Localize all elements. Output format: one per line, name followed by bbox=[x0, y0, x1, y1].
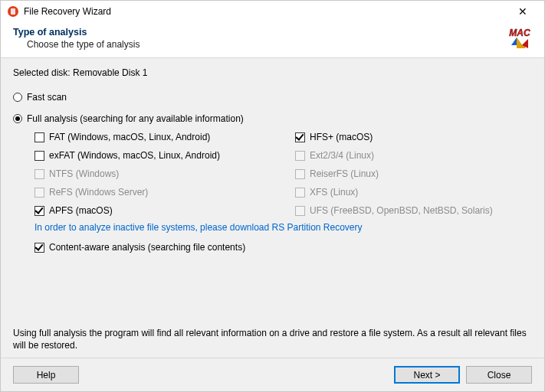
checkbox-exfat[interactable]: exFAT (Windows, macOS, Linux, Android) bbox=[34, 150, 295, 161]
radio-full-analysis[interactable]: Full analysis (searching for any availab… bbox=[13, 113, 532, 124]
radio-fast-scan[interactable]: Fast scan bbox=[13, 92, 532, 103]
filesystem-grid: FAT (Windows, macOS, Linux, Android) HFS… bbox=[34, 132, 532, 216]
wizard-header: Type of analysis Choose the type of anal… bbox=[1, 22, 544, 58]
window-close-button[interactable]: ✕ bbox=[507, 2, 538, 21]
analysis-description: Using full analysis the program will fin… bbox=[13, 315, 532, 351]
selected-disk-line: Selected disk: Removable Disk 1 bbox=[13, 67, 532, 78]
checkbox-label: UFS (FreeBSD, OpenBSD, NetBSD, Solaris) bbox=[310, 205, 493, 216]
page-subtitle: Choose the type of analysis bbox=[27, 39, 532, 50]
checkbox-xfs: XFS (Linux) bbox=[295, 187, 532, 198]
checkbox-label: HFS+ (macOS) bbox=[310, 132, 373, 142]
checkbox-label: exFAT (Windows, macOS, Linux, Android) bbox=[49, 150, 220, 161]
svg-text:MAC: MAC bbox=[509, 28, 530, 38]
radio-icon bbox=[13, 93, 22, 102]
checkbox-ufs: UFS (FreeBSD, OpenBSD, NetBSD, Solaris) bbox=[295, 205, 532, 216]
selected-disk-value: Removable Disk 1 bbox=[73, 67, 147, 78]
checkbox-content-aware[interactable]: Content-aware analysis (searching file c… bbox=[34, 242, 532, 253]
checkbox-ext: Ext2/3/4 (Linux) bbox=[295, 150, 532, 161]
selected-disk-label: Selected disk: bbox=[13, 67, 71, 78]
app-icon bbox=[7, 5, 19, 18]
radio-icon bbox=[13, 114, 22, 123]
wizard-footer: Help Next > Close bbox=[1, 358, 544, 391]
checkbox-reiserfs: ReiserFS (Linux) bbox=[295, 168, 532, 179]
download-partition-recovery-link[interactable]: In order to analyze inactive file system… bbox=[34, 222, 532, 233]
checkbox-fat[interactable]: FAT (Windows, macOS, Linux, Android) bbox=[34, 132, 295, 142]
titlebar: File Recovery Wizard ✕ bbox=[1, 1, 544, 22]
checkbox-icon bbox=[295, 169, 305, 179]
close-icon: ✕ bbox=[518, 6, 527, 17]
svg-rect-1 bbox=[11, 8, 15, 15]
checkbox-hfsplus[interactable]: HFS+ (macOS) bbox=[295, 132, 532, 142]
close-button[interactable]: Close bbox=[466, 366, 532, 384]
checkbox-label: XFS (Linux) bbox=[310, 187, 358, 198]
checkbox-label: ReFS (Windows Server) bbox=[49, 187, 148, 198]
checkbox-label: Ext2/3/4 (Linux) bbox=[310, 150, 374, 161]
checkbox-icon bbox=[34, 151, 44, 161]
checkbox-icon bbox=[295, 188, 305, 198]
checkbox-icon bbox=[295, 206, 305, 216]
checkbox-icon bbox=[34, 188, 44, 198]
checkbox-icon bbox=[34, 243, 44, 253]
radio-full-analysis-label: Full analysis (searching for any availab… bbox=[27, 113, 244, 124]
checkbox-label: NTFS (Windows) bbox=[49, 168, 119, 179]
radio-fast-scan-label: Fast scan bbox=[27, 92, 67, 103]
page-title: Type of analysis bbox=[13, 27, 532, 38]
product-badge: MAC bbox=[504, 25, 535, 56]
checkbox-label: Content-aware analysis (searching file c… bbox=[49, 242, 245, 253]
checkbox-label: FAT (Windows, macOS, Linux, Android) bbox=[49, 132, 210, 142]
checkbox-icon bbox=[295, 151, 305, 161]
checkbox-apfs[interactable]: APFS (macOS) bbox=[34, 205, 295, 216]
window-title: File Recovery Wizard bbox=[24, 6, 507, 17]
next-button[interactable]: Next > bbox=[394, 366, 460, 384]
checkbox-icon bbox=[34, 206, 44, 216]
checkbox-label: APFS (macOS) bbox=[49, 205, 113, 216]
checkbox-ntfs: NTFS (Windows) bbox=[34, 168, 295, 179]
checkbox-refs: ReFS (Windows Server) bbox=[34, 187, 295, 198]
wizard-content: Selected disk: Removable Disk 1 Fast sca… bbox=[1, 58, 544, 358]
checkbox-icon bbox=[34, 132, 44, 142]
checkbox-icon bbox=[34, 169, 44, 179]
checkbox-icon bbox=[295, 132, 305, 142]
checkbox-label: ReiserFS (Linux) bbox=[310, 168, 379, 179]
help-button[interactable]: Help bbox=[13, 366, 79, 384]
